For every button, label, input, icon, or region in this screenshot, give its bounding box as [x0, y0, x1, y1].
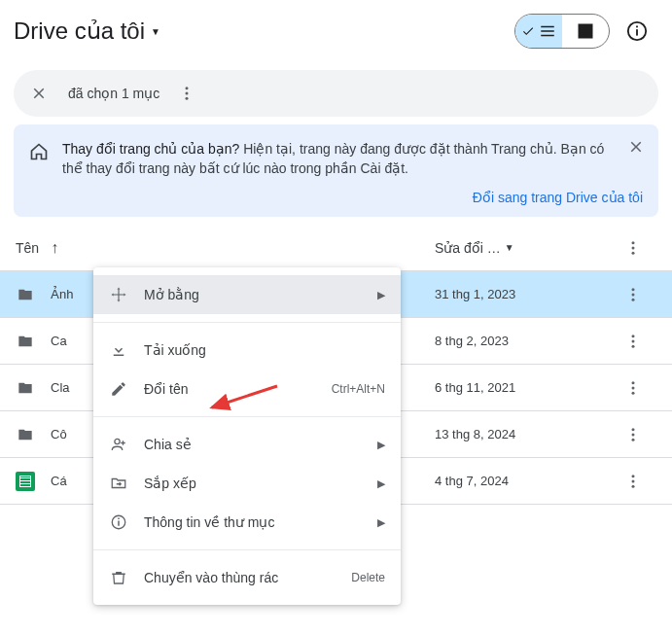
menu-divider: [93, 416, 401, 417]
svg-point-22: [632, 479, 635, 482]
homepage-banner: Thay đổi trang chủ của bạn? Hiện tại, tr…: [14, 124, 658, 217]
more-vert-icon: [624, 473, 642, 490]
more-vert-icon: [624, 379, 642, 397]
col-name-label: Tên: [16, 240, 39, 256]
menu-label: Chia sẻ: [144, 437, 362, 452]
submenu-arrow-icon: ▶: [377, 289, 385, 301]
menu-folder-info[interactable]: Thông tin về thư mục ▶: [93, 503, 401, 542]
submenu-arrow-icon: ▶: [377, 516, 385, 529]
menu-label: Thông tin về thư mục: [144, 514, 362, 530]
svg-rect-27: [118, 518, 120, 520]
row-date: 4 thg 7, 2024: [435, 474, 610, 488]
column-name-header[interactable]: Tên ↑: [16, 239, 435, 257]
home-icon: [29, 142, 49, 178]
open-arrows-icon: [109, 286, 128, 303]
svg-point-7: [632, 246, 635, 249]
file-name: Cla: [51, 380, 70, 395]
page-header: Drive của tôi ▼: [0, 0, 672, 62]
menu-rename[interactable]: Đổi tên Ctrl+Alt+N: [93, 370, 401, 408]
file-name: Cá: [51, 474, 67, 488]
info-icon: [626, 20, 648, 42]
context-menu: Mở bằng ▶ Tải xuống Đổi tên Ctrl+Alt+N C…: [93, 267, 401, 605]
submenu-arrow-icon: ▶: [377, 439, 385, 451]
list-icon: [539, 22, 556, 40]
submenu-arrow-icon: ▶: [377, 477, 385, 490]
info-button[interactable]: [618, 12, 656, 51]
menu-organize[interactable]: Sắp xếp ▶: [93, 464, 401, 503]
svg-point-6: [632, 241, 635, 244]
menu-shortcut: Delete: [351, 571, 385, 584]
selection-more-button[interactable]: [167, 74, 206, 113]
menu-divider: [93, 549, 401, 550]
menu-share[interactable]: Chia sẻ ▶: [93, 425, 401, 464]
svg-point-14: [632, 344, 635, 347]
svg-point-11: [632, 298, 635, 300]
banner-bold: Thay đổi trang chủ của bạn?: [62, 141, 239, 157]
row-more-button[interactable]: [610, 286, 656, 303]
folder-icon: [16, 334, 35, 349]
menu-label: Sắp xếp: [144, 476, 362, 491]
row-date: 31 thg 1, 2023: [435, 287, 610, 301]
svg-point-9: [632, 288, 635, 291]
menu-shortcut: Ctrl+Alt+N: [332, 382, 385, 396]
svg-point-16: [632, 386, 635, 389]
menu-trash[interactable]: Chuyển vào thùng rác Delete: [93, 558, 401, 597]
folder-move-icon: [109, 475, 128, 492]
menu-label: Mở bằng: [144, 287, 362, 302]
drive-title-dropdown[interactable]: Drive của tôi ▼: [14, 18, 160, 45]
view-toggle: [514, 14, 610, 49]
row-more-button[interactable]: [610, 473, 656, 490]
svg-point-5: [186, 97, 189, 100]
svg-rect-2: [636, 26, 638, 28]
menu-label: Tải xuống: [144, 342, 385, 358]
close-icon: [30, 85, 48, 102]
svg-point-21: [632, 475, 635, 477]
page-title: Drive của tôi: [14, 18, 145, 45]
svg-rect-1: [636, 29, 638, 35]
svg-point-10: [632, 293, 635, 296]
column-menu-header[interactable]: [610, 239, 656, 257]
svg-point-24: [115, 439, 120, 443]
banner-close-button[interactable]: [627, 138, 645, 156]
menu-label: Đổi tên: [144, 381, 316, 397]
folder-icon: [16, 380, 35, 396]
clear-selection-button[interactable]: [21, 76, 56, 111]
person-add-icon: [109, 436, 128, 453]
close-icon: [627, 138, 645, 156]
table-header: Tên ↑ Sửa đổi … ▼: [0, 225, 672, 271]
row-more-button[interactable]: [610, 426, 656, 443]
svg-point-20: [632, 438, 635, 441]
selection-bar: đã chọn 1 mục: [14, 70, 658, 117]
grid-icon: [577, 22, 594, 40]
menu-label: Chuyển vào thùng rác: [144, 570, 336, 585]
svg-point-3: [186, 87, 189, 89]
sheets-icon: [16, 472, 35, 491]
list-view-button[interactable]: [515, 15, 562, 48]
column-date-header[interactable]: Sửa đổi … ▼: [435, 240, 610, 256]
svg-point-13: [632, 339, 635, 342]
caret-down-icon: ▼: [505, 242, 514, 253]
file-name: Ca: [51, 334, 67, 348]
selection-count: đã chọn 1 mục: [68, 86, 159, 101]
svg-point-19: [632, 433, 635, 436]
row-date: 6 thg 11, 2021: [435, 380, 610, 395]
svg-point-23: [632, 484, 635, 487]
grid-view-button[interactable]: [562, 15, 609, 48]
menu-download[interactable]: Tải xuống: [93, 331, 401, 370]
banner-action-link[interactable]: Đổi sang trang Drive của tôi: [473, 190, 643, 205]
menu-open-with[interactable]: Mở bằng ▶: [93, 275, 401, 314]
svg-point-12: [632, 335, 635, 337]
info-icon: [109, 513, 128, 531]
folder-icon: [16, 427, 35, 442]
more-vert-icon: [178, 85, 195, 102]
more-vert-icon: [624, 286, 642, 303]
row-date: 13 thg 8, 2024: [435, 427, 610, 441]
svg-point-18: [632, 428, 635, 431]
trash-icon: [109, 569, 128, 586]
download-icon: [109, 341, 128, 359]
row-more-button[interactable]: [610, 333, 656, 350]
more-vert-icon: [624, 426, 642, 443]
row-more-button[interactable]: [610, 379, 656, 397]
row-date: 8 thg 2, 2023: [435, 334, 610, 348]
file-name: Cô: [51, 427, 67, 441]
